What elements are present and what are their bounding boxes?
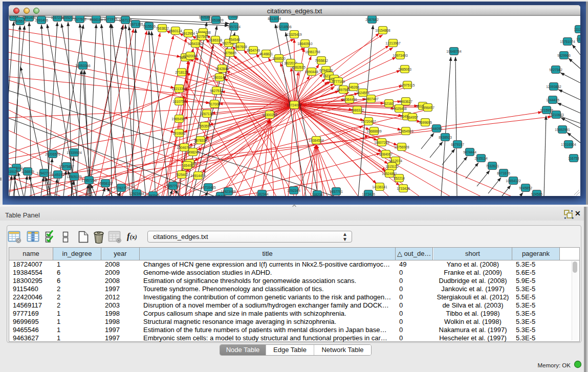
svg-text:1527602: 1527602 xyxy=(73,17,86,21)
svg-text:1067135: 1067135 xyxy=(119,18,132,22)
svg-text:13226058: 13226058 xyxy=(195,31,211,34)
svg-text:2803144: 2803144 xyxy=(213,76,226,79)
svg-text:7986322: 7986322 xyxy=(351,108,364,112)
svg-text:17957253: 17957253 xyxy=(81,179,97,182)
svg-text:746266: 746266 xyxy=(348,85,359,89)
svg-text:10025458: 10025458 xyxy=(391,107,407,111)
svg-text:3875685: 3875685 xyxy=(223,51,236,55)
svg-text:10046766: 10046766 xyxy=(177,146,192,149)
svg-text:22420046: 22420046 xyxy=(183,54,198,58)
svg-text:945779: 945779 xyxy=(215,194,226,196)
svg-text:62160: 62160 xyxy=(384,102,394,105)
svg-text:2391406: 2391406 xyxy=(23,16,36,19)
svg-text:1612074: 1612074 xyxy=(389,159,402,163)
svg-text:345981: 345981 xyxy=(329,77,340,81)
svg-text:1621022: 1621022 xyxy=(322,74,336,78)
svg-text:18724007: 18724007 xyxy=(287,103,302,107)
svg-text:9327505: 9327505 xyxy=(195,35,208,38)
svg-text:2967608: 2967608 xyxy=(234,45,247,49)
svg-text:18640910: 18640910 xyxy=(297,42,313,46)
svg-text:19218506: 19218506 xyxy=(276,25,292,29)
svg-text:3267130: 3267130 xyxy=(200,112,213,116)
svg-text:20364436: 20364436 xyxy=(342,98,357,101)
svg-text:1182344: 1182344 xyxy=(255,192,269,196)
svg-text:15692991: 15692991 xyxy=(555,128,570,132)
svg-text:6879197: 6879197 xyxy=(451,143,464,146)
svg-text:5878334: 5878334 xyxy=(194,139,207,142)
svg-text:13325419: 13325419 xyxy=(287,33,302,36)
svg-text:7515526: 7515526 xyxy=(142,25,156,28)
svg-text:7663822: 7663822 xyxy=(156,27,169,30)
svg-text:12923448: 12923448 xyxy=(221,190,236,193)
svg-text:264957: 264957 xyxy=(407,116,418,119)
svg-text:1916682: 1916682 xyxy=(172,132,186,135)
svg-text:10648784: 10648784 xyxy=(446,50,462,53)
svg-text:1362615: 1362615 xyxy=(292,65,306,69)
svg-text:111211: 111211 xyxy=(574,28,580,31)
svg-text:8466160: 8466160 xyxy=(90,18,103,21)
svg-text:19654987: 19654987 xyxy=(171,117,187,121)
svg-text:12923448: 12923448 xyxy=(129,192,144,195)
svg-text:8471676: 8471676 xyxy=(497,171,510,175)
svg-text:165409: 165409 xyxy=(182,164,193,167)
svg-text:754546: 754546 xyxy=(229,38,240,41)
svg-text:8938923: 8938923 xyxy=(439,136,452,139)
svg-text:12213363: 12213363 xyxy=(171,87,187,91)
svg-text:10756928: 10756928 xyxy=(394,145,409,149)
svg-text:12975115: 12975115 xyxy=(400,83,415,87)
svg-text:10543362: 10543362 xyxy=(188,42,203,46)
svg-text:975322: 975322 xyxy=(227,16,238,18)
svg-text:10973493: 10973493 xyxy=(393,54,408,57)
svg-text:7625402: 7625402 xyxy=(175,173,188,177)
svg-text:10975857: 10975857 xyxy=(59,165,74,168)
svg-text:1156819: 1156819 xyxy=(21,170,34,173)
svg-text:13524851: 13524851 xyxy=(382,172,397,176)
svg-text:1615132: 1615132 xyxy=(385,165,399,168)
svg-text:917006: 917006 xyxy=(209,102,220,106)
svg-text:8454749: 8454749 xyxy=(247,49,260,52)
svg-text:118234: 118234 xyxy=(312,193,323,196)
svg-text:9699695: 9699695 xyxy=(419,121,432,124)
svg-text:2087682: 2087682 xyxy=(365,18,379,21)
svg-text:9084067: 9084067 xyxy=(379,152,393,156)
svg-text:10053809: 10053809 xyxy=(208,18,224,22)
svg-text:131070: 131070 xyxy=(576,37,580,41)
svg-text:6794028: 6794028 xyxy=(319,69,333,72)
svg-text:1145191: 1145191 xyxy=(51,173,64,177)
svg-text:14136141: 14136141 xyxy=(372,185,387,189)
svg-text:7632621: 7632621 xyxy=(486,164,499,168)
svg-text:1055207: 1055207 xyxy=(61,16,75,19)
svg-text:1588520: 1588520 xyxy=(272,57,286,60)
svg-text:1439151: 1439151 xyxy=(9,170,19,173)
svg-text:12505175: 12505175 xyxy=(67,175,82,179)
svg-text:7485063: 7485063 xyxy=(398,68,411,71)
svg-text:1996457: 1996457 xyxy=(421,106,434,110)
svg-text:1071915: 1071915 xyxy=(104,17,117,21)
svg-text:10671355: 10671355 xyxy=(128,23,143,26)
svg-text:17339924: 17339924 xyxy=(67,151,82,155)
svg-text:13716485: 13716485 xyxy=(201,186,216,189)
svg-text:6497568: 6497568 xyxy=(337,88,350,92)
svg-text:1498242: 1498242 xyxy=(186,150,200,154)
svg-text:15720407: 15720407 xyxy=(361,120,376,123)
svg-text:16210643: 16210643 xyxy=(549,113,564,117)
svg-text:7857224: 7857224 xyxy=(227,25,241,29)
svg-text:10688609: 10688609 xyxy=(366,129,382,133)
svg-text:8990448: 8990448 xyxy=(305,70,318,74)
svg-text:8660124: 8660124 xyxy=(169,29,182,33)
svg-text:252214: 252214 xyxy=(394,177,405,180)
svg-text:1057213: 1057213 xyxy=(51,16,64,19)
svg-text:8813054: 8813054 xyxy=(268,17,281,20)
svg-text:18300295: 18300295 xyxy=(262,113,277,117)
svg-text:1244415: 1244415 xyxy=(546,98,559,102)
svg-text:9457791: 9457791 xyxy=(166,184,180,188)
svg-text:1373426: 1373426 xyxy=(362,192,375,196)
svg-text:1005380: 1005380 xyxy=(199,16,212,19)
svg-text:12093832: 12093832 xyxy=(546,85,561,89)
svg-text:9146821: 9146821 xyxy=(259,52,273,56)
svg-text:9515449: 9515449 xyxy=(416,104,429,108)
svg-text:924585: 924585 xyxy=(531,192,542,196)
svg-text:8186328: 8186328 xyxy=(209,38,222,42)
svg-text:10958127: 10958127 xyxy=(98,182,113,185)
svg-text:3624554: 3624554 xyxy=(356,91,369,95)
